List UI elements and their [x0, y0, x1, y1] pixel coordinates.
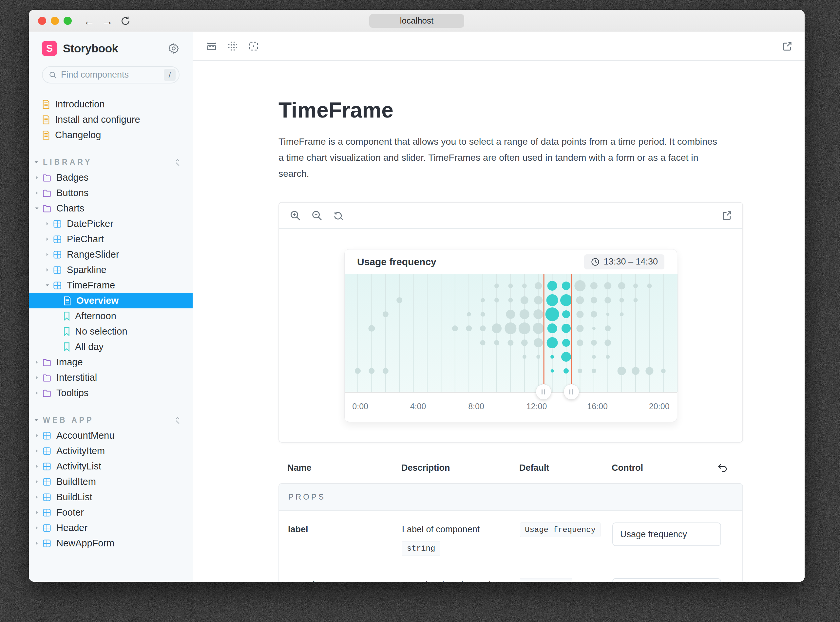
chevron-right-icon — [44, 267, 50, 273]
close-window-button[interactable] — [38, 17, 46, 25]
slider-handle-start[interactable] — [536, 384, 551, 400]
component-icon — [52, 281, 62, 290]
sidebar-item-all-day[interactable]: All day — [29, 339, 192, 355]
component-icon — [42, 523, 52, 533]
zoom-out-icon[interactable] — [311, 209, 323, 222]
storybook-logo-icon: S — [41, 41, 57, 56]
sidebar-item-introduction[interactable]: Introduction — [29, 96, 192, 112]
prop-default: Usage frequency — [520, 523, 612, 556]
zoom-reset-icon[interactable] — [332, 209, 345, 222]
chevron-right-icon — [34, 190, 40, 196]
bubble-timeline-svg — [345, 274, 678, 392]
measure-ruler-icon[interactable] — [206, 40, 218, 52]
folder-icon — [42, 373, 52, 383]
zoom-window-button[interactable] — [64, 17, 72, 25]
sidebar-item-newappform[interactable]: NewAppForm — [29, 535, 192, 551]
chart-time-axis: 0:004:008:0012:0016:0020:00 — [345, 392, 677, 421]
sidebar-item-rangeslider[interactable]: RangeSlider — [29, 247, 192, 262]
sidebar-item-badges[interactable]: Badges — [29, 170, 192, 185]
sidebar-item-sparkline[interactable]: Sparkline — [29, 262, 192, 277]
axis-tick-label: 4:00 — [410, 402, 426, 411]
document-icon — [41, 115, 50, 125]
sidebar-item-buildlist[interactable]: BuildList — [29, 489, 192, 505]
sidebar-item-activitylist[interactable]: ActivityList — [29, 459, 192, 474]
component-icon — [52, 219, 62, 229]
chevron-down-icon — [34, 418, 39, 423]
sidebar-item-builditem[interactable]: BuildItem — [29, 474, 192, 489]
back-icon[interactable]: ← — [84, 15, 95, 26]
sidebar-item-interstitial[interactable]: Interstitial — [29, 370, 192, 385]
document-icon — [41, 99, 50, 109]
sidebar-item-no-selection[interactable]: No selection — [29, 324, 192, 339]
sidebar-item-header[interactable]: Header — [29, 520, 192, 535]
sidebar-item-buttons[interactable]: Buttons — [29, 185, 192, 201]
sidebar-item-image[interactable]: Image — [29, 355, 192, 370]
sidebar-item-piechart[interactable]: PieChart — [29, 232, 192, 247]
control-input-label[interactable] — [612, 523, 721, 546]
prop-type-chip: string — [402, 541, 440, 556]
sidebar-item-charts[interactable]: Charts — [29, 201, 192, 216]
component-icon — [42, 446, 52, 456]
prop-description: Start time in 24h notationstring — [402, 578, 520, 582]
minimize-window-button[interactable] — [51, 17, 59, 25]
outline-icon[interactable] — [248, 40, 260, 52]
sidebar-item-overview[interactable]: Overview — [29, 293, 192, 308]
sidebar-item-tooltips[interactable]: Tooltips — [29, 385, 192, 401]
chevron-right-icon — [34, 390, 40, 396]
folder-icon — [42, 173, 52, 183]
forward-icon[interactable]: → — [102, 15, 113, 26]
canvas-toolbar — [192, 32, 805, 61]
col-header-description: Description — [401, 463, 450, 473]
expand-collapse-icon[interactable] — [174, 159, 182, 166]
chevron-right-icon — [44, 252, 50, 257]
prop-control — [612, 578, 742, 582]
address-bar[interactable]: localhost — [369, 14, 464, 28]
sidebar-item-changelog[interactable]: Changelog — [29, 127, 192, 143]
expand-collapse-icon[interactable] — [174, 416, 182, 424]
reset-controls-icon[interactable] — [717, 462, 728, 473]
component-icon — [52, 235, 62, 244]
sidebar-item-footer[interactable]: Footer — [29, 505, 192, 520]
search-input[interactable]: Find components / — [42, 66, 180, 84]
sidebar-nav: IntroductionInstall and configureChangel… — [29, 96, 192, 551]
story-preview-panel: Usage frequency 13:30 – 14:30 0:004:008:… — [278, 202, 743, 443]
grid-icon[interactable] — [227, 40, 238, 52]
usage-frequency-chart — [345, 274, 677, 392]
traffic-lights — [38, 17, 72, 25]
brand-title: Storybook — [63, 42, 118, 55]
preview-stage: Usage frequency 13:30 – 14:30 0:004:008:… — [279, 229, 742, 442]
chevron-right-icon — [34, 479, 40, 485]
control-input-startTime[interactable] — [612, 578, 721, 582]
chevron-down-icon — [34, 206, 40, 211]
search-placeholder: Find components — [61, 70, 129, 80]
sidebar-item-accountmenu[interactable]: AccountMenu — [29, 428, 192, 443]
sidebar-item-install-and-configure[interactable]: Install and configure — [29, 112, 192, 127]
reload-icon[interactable] — [120, 16, 131, 26]
component-icon — [42, 538, 52, 548]
props-section-band: PROPS — [279, 484, 742, 511]
args-row-startTime: startTimeStart time in 24h notationstrin… — [279, 566, 742, 582]
page-description: TimeFrame is a component that allows you… — [278, 134, 719, 182]
chevron-right-icon — [44, 221, 50, 227]
sidebar-item-afternoon[interactable]: Afternoon — [29, 308, 192, 324]
col-header-control: Control — [612, 463, 643, 473]
component-icon — [42, 477, 52, 487]
gear-icon[interactable] — [168, 43, 180, 54]
component-icon — [42, 492, 52, 502]
chevron-right-icon — [34, 541, 40, 546]
sidebar-item-timeframe[interactable]: TimeFrame — [29, 277, 192, 293]
open-external-icon[interactable] — [782, 41, 793, 52]
sidebar-section-library[interactable]: LIBRARY — [29, 154, 192, 170]
col-header-default: Default — [519, 463, 550, 473]
preview-toolbar — [279, 203, 742, 229]
sidebar-section-web-app[interactable]: WEB APP — [29, 413, 192, 428]
folder-icon — [42, 188, 52, 198]
axis-tick-label: 12:00 — [527, 402, 547, 411]
axis-tick-label: 16:00 — [587, 402, 608, 411]
sidebar-item-datepicker[interactable]: DatePicker — [29, 216, 192, 232]
sidebar-item-activityitem[interactable]: ActivityItem — [29, 443, 192, 459]
zoom-in-icon[interactable] — [289, 209, 301, 222]
chevron-down-icon — [34, 159, 39, 165]
slider-handle-end[interactable] — [564, 384, 579, 400]
open-story-external-icon[interactable] — [721, 210, 733, 221]
